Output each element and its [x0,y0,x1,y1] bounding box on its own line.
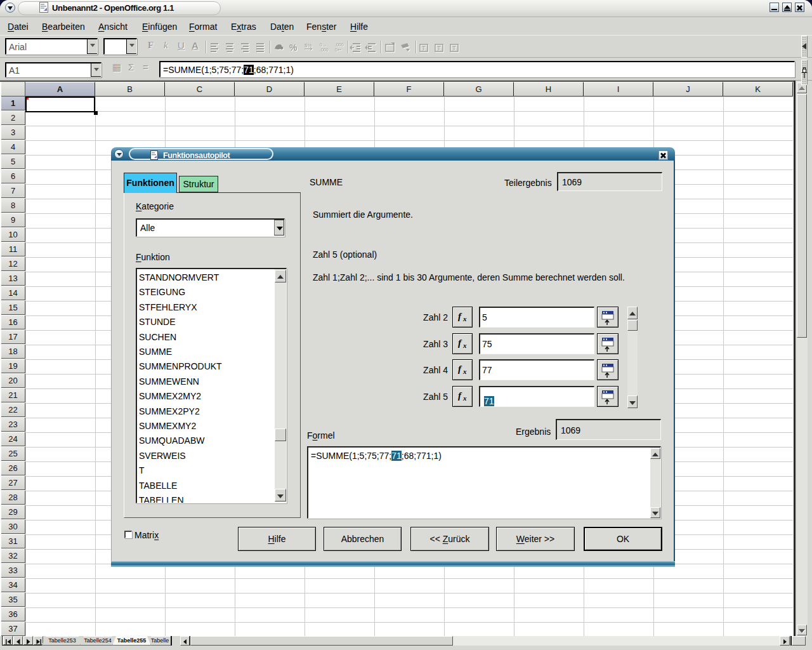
svg-text:%: % [289,43,298,53]
svg-text:.000: .000 [335,43,344,47]
svg-text:$%: $% [304,43,312,48]
svg-text:0↩: 0↩ [335,48,341,52]
svg-text:.000: .000 [320,48,329,52]
svg-text:0→: 0→ [320,43,327,47]
